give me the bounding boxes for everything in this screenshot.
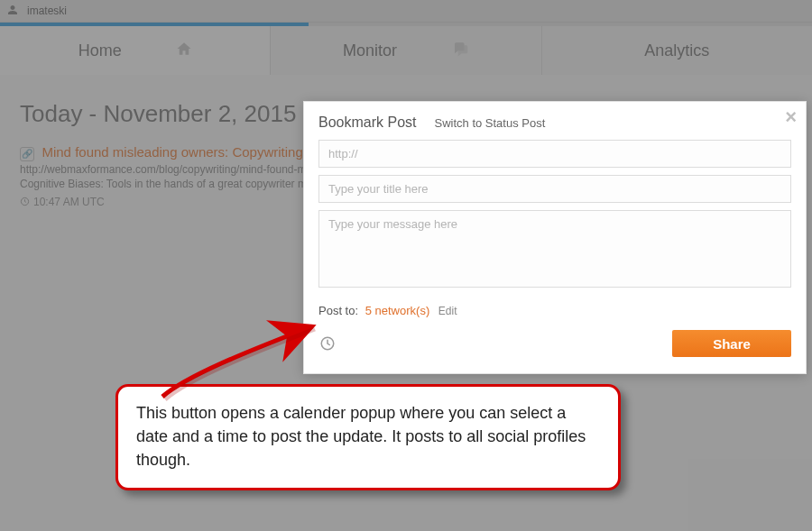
tab-monitor[interactable]: Monitor [271, 26, 541, 75]
user-bar: imateski [0, 0, 812, 23]
edit-networks[interactable]: Edit [438, 305, 457, 317]
message-input[interactable] [318, 210, 791, 288]
modal-title: Bookmark Post [318, 114, 416, 131]
post-to-label: Post to: [318, 304, 358, 317]
schedule-button[interactable] [318, 334, 337, 352]
annotation-callout: This button opens a calender popup where… [115, 384, 621, 490]
user-icon [7, 5, 27, 18]
home-icon [176, 41, 192, 61]
tab-monitor-label: Monitor [343, 41, 397, 60]
tab-analytics-label: Analytics [644, 41, 709, 60]
chat-icon [451, 41, 469, 61]
post-title[interactable]: Mind found misleading owners: Copywritin… [42, 144, 302, 160]
callout-text: This button opens a calender popup where… [136, 404, 586, 469]
link-icon: 🔗 [20, 147, 34, 161]
clock-icon [319, 335, 336, 352]
tab-analytics[interactable]: Analytics [542, 26, 812, 75]
tab-home-label: Home [78, 41, 122, 60]
modal-footer: Share [318, 330, 791, 357]
url-input[interactable] [318, 140, 791, 168]
main-tabs: Home Monitor Analytics [0, 26, 812, 75]
title-input[interactable] [318, 175, 791, 203]
switch-post-type[interactable]: Switch to Status Post [434, 116, 545, 130]
modal-header: Bookmark Post Switch to Status Post [318, 114, 791, 131]
close-icon[interactable]: × [785, 107, 797, 127]
post-to-row: Post to: 5 network(s) Edit [318, 304, 791, 317]
tab-home[interactable]: Home [0, 26, 271, 75]
user-name[interactable]: imateski [27, 5, 67, 17]
share-button[interactable]: Share [672, 330, 791, 357]
bookmark-modal: × Bookmark Post Switch to Status Post Po… [303, 101, 807, 374]
networks-count[interactable]: 5 network(s) [365, 304, 430, 317]
post-time-text: 10:47 AM UTC [33, 196, 105, 208]
